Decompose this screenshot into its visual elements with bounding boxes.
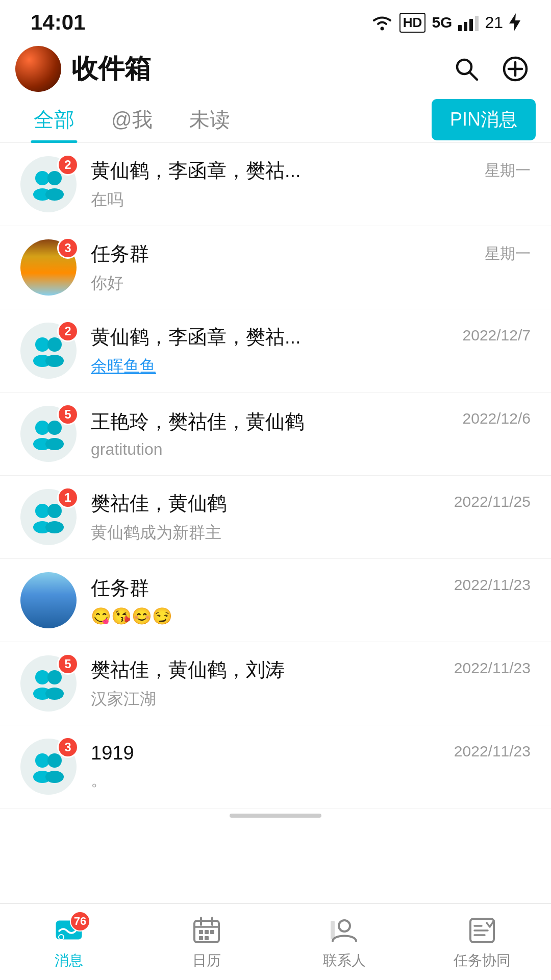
svg-point-30 [45,688,64,700]
svg-point-27 [35,670,49,684]
message-time: 2022/12/6 [463,410,531,427]
svg-rect-44 [199,936,203,940]
message-time: 星期一 [485,243,531,264]
svg-point-24 [47,504,62,518]
svg-point-14 [45,188,64,201]
message-content: 任务群 😋😘😊😏 [91,575,444,626]
svg-line-7 [469,72,477,80]
avatar-wrap [20,572,77,628]
calendar-icon [190,914,223,947]
nav-label-tasks: 任务协同 [454,951,511,970]
nav-label-messages: 消息 [55,951,83,970]
svg-point-0 [380,27,384,31]
list-item[interactable]: 5 樊祜佳，黄仙鹤，刘涛 汉家江湖 2022/11/23 [0,642,551,725]
status-bar: 14:01 HD 5G 21 [0,0,551,41]
avatar-wrap: 1 [20,489,77,545]
contact-name: 樊祜佳，黄仙鹤，刘涛 [91,657,444,683]
wifi-icon [371,14,393,31]
message-preview: gratitution [91,440,453,459]
list-item[interactable]: 3 任务群 你好 星期一 [0,226,551,309]
svg-point-34 [45,771,64,783]
nav-item-contacts[interactable]: 联系人 [276,904,413,980]
unread-badge: 3 [57,737,79,758]
contact-name: 任务群 [91,575,444,601]
svg-rect-43 [210,930,214,934]
svg-point-18 [45,355,64,367]
message-content: 1919 。 [91,742,444,792]
hd-icon: HD [399,13,426,33]
svg-point-46 [339,920,350,932]
contact-name: 1919 [91,742,444,764]
contact-avatar [20,572,77,628]
message-preview: 。 [91,769,444,792]
svg-rect-1 [458,25,462,31]
list-item[interactable]: 2 黄仙鹤，李函章，樊祜... 余晖鱼鱼 2022/12/7 [0,309,551,393]
svg-point-22 [45,438,64,450]
unread-badge: 5 [57,404,79,425]
pin-message-button[interactable]: PIN消息 [432,99,536,140]
page-title: 收件箱 [71,51,451,87]
svg-point-11 [35,171,49,185]
avatar-wrap: 2 [20,156,77,212]
message-content: 黄仙鹤，李函章，樊祜... 余晖鱼鱼 [91,324,453,378]
svg-rect-2 [464,22,467,31]
status-time: 14:01 [31,10,85,35]
nav-item-calendar[interactable]: 日历 [138,904,276,980]
list-item[interactable]: 1 樊祜佳，黄仙鹤 黄仙鹤成为新群主 2022/11/25 [0,476,551,559]
add-button[interactable] [500,54,531,84]
contact-name: 黄仙鹤，李函章，樊祜... [91,158,474,184]
svg-point-12 [47,171,62,185]
avatar-wrap: 5 [20,406,77,462]
tab-all[interactable]: 全部 [15,97,93,143]
avatar[interactable] [15,46,61,92]
message-time: 星期一 [485,160,531,181]
avatar-wrap: 5 [20,655,77,712]
svg-point-26 [45,521,64,533]
message-preview: 你好 [91,272,474,295]
svg-point-23 [35,504,49,518]
contact-name: 任务群 [91,241,474,267]
svg-point-31 [35,753,49,768]
message-list: 2 黄仙鹤，李函章，樊祜... 在吗 星期一 3 任务群 你好 星期一 [0,143,551,899]
list-item[interactable]: 3 1919 。 2022/11/23 [0,725,551,808]
contact-name: 黄仙鹤，李函章，樊祜... [91,324,453,350]
message-content: 任务群 你好 [91,241,474,295]
message-time: 2022/11/23 [454,659,531,677]
unread-badge: 5 [57,653,79,675]
list-item[interactable]: 任务群 😋😘😊😏 2022/11/23 [0,559,551,642]
messages-icon: 76 [53,914,85,947]
list-item[interactable]: 5 王艳玲，樊祜佳，黄仙鹤 gratitution 2022/12/6 [0,393,551,476]
search-button[interactable] [451,54,482,84]
svg-point-20 [47,421,62,435]
svg-point-32 [47,753,62,768]
contact-name: 王艳玲，樊祜佳，黄仙鹤 [91,409,453,435]
svg-rect-47 [331,921,335,939]
svg-point-15 [35,337,49,352]
svg-rect-42 [205,930,209,934]
avatar-wrap: 3 [20,739,77,795]
svg-point-19 [35,421,49,435]
tab-unread[interactable]: 未读 [171,97,248,143]
message-preview: 在吗 [91,189,474,211]
scroll-indicator [230,814,321,818]
list-item[interactable]: 2 黄仙鹤，李函章，樊祜... 在吗 星期一 [0,143,551,226]
5g-icon: 5G [432,14,452,31]
contacts-icon [328,914,361,947]
unread-badge: 2 [57,321,79,342]
tab-at-me[interactable]: @我 [93,97,171,143]
message-content: 黄仙鹤，李函章，樊祜... 在吗 [91,158,474,211]
message-time: 2022/11/23 [454,576,531,594]
signal-icon [458,14,479,31]
svg-point-16 [47,337,62,352]
contact-name: 樊祜佳，黄仙鹤 [91,491,444,517]
nav-item-tasks[interactable]: 任务协同 [413,904,551,980]
message-preview: 😋😘😊😏 [91,606,444,626]
svg-point-28 [47,670,62,684]
svg-point-36 [59,935,64,940]
nav-label-contacts: 联系人 [323,951,366,970]
message-content: 王艳玲，樊祜佳，黄仙鹤 gratitution [91,409,453,459]
unread-badge: 3 [57,237,79,259]
message-content: 樊祜佳，黄仙鹤 黄仙鹤成为新群主 [91,491,444,544]
message-preview: 黄仙鹤成为新群主 [91,522,444,544]
nav-item-messages[interactable]: 76 消息 [0,904,138,980]
